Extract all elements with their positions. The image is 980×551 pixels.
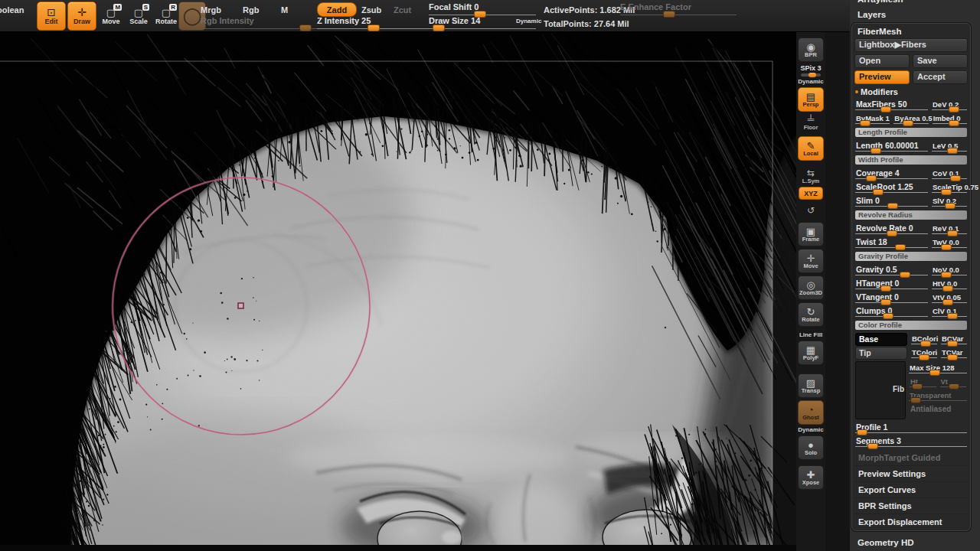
scaletip-0-75-slider[interactable]: ScaleTip 0.75: [932, 181, 967, 194]
subpalette-geometry-hd[interactable]: Geometry HD: [858, 538, 980, 547]
vtv-0-05-slider[interactable]: VtV 0.05: [932, 291, 967, 305]
rotate3d-button[interactable]: ↻Rotate: [798, 302, 824, 327]
spix-button[interactable]: SPix 3: [800, 64, 821, 77]
draw-button[interactable]: ✛ Draw: [67, 2, 96, 31]
lsym-label: L.Sym: [802, 178, 820, 184]
width-profile-curve-bar[interactable]: Width Profile: [855, 155, 967, 165]
length-60-00001-slider[interactable]: Length 60.00001: [855, 139, 928, 153]
preview-settings-section[interactable]: Preview Settings: [854, 465, 968, 480]
edit-button[interactable]: ⊡ Edit: [37, 2, 66, 31]
lsym-button[interactable]: ⇆L.Sym: [802, 168, 820, 184]
xyz-button[interactable]: XYZ: [799, 187, 823, 200]
bymask-1-slider[interactable]: ByMask 1: [855, 112, 890, 126]
lightbox-fibers-button[interactable]: Lightbox▶Fibers: [854, 38, 968, 52]
preview-button[interactable]: Preview: [854, 70, 910, 84]
length-profile-curve-bar[interactable]: Length Profile: [855, 128, 967, 137]
open-button[interactable]: Open: [854, 54, 910, 68]
segments-3-slider[interactable]: Segments 3: [855, 435, 967, 448]
fiber-preview-swatch[interactable]: Fib: [855, 361, 906, 419]
frame-button[interactable]: ▣Frame: [798, 222, 824, 246]
tip-color-button[interactable]: Tip: [855, 347, 907, 360]
export-displacement-section[interactable]: Export Displacement: [854, 514, 968, 528]
solo-button[interactable]: ●Solo: [798, 435, 824, 460]
byarea-0-5-slider[interactable]: ByArea 0.5: [893, 112, 928, 126]
polyf-button[interactable]: ▦PolyF: [798, 341, 824, 365]
local-button[interactable]: ✎Local: [798, 136, 824, 161]
ht-slider[interactable]: Ht: [910, 375, 936, 389]
twist-18-slider[interactable]: Twist 18: [855, 236, 928, 249]
twv-0-0-slider[interactable]: TwV 0.0: [932, 236, 967, 249]
tcvar-slider[interactable]: TCVar: [941, 346, 967, 360]
profile-1-slider[interactable]: Profile 1: [855, 421, 967, 435]
m-button[interactable]: M: [281, 5, 288, 15]
tcolori-slider[interactable]: TColori: [911, 346, 937, 360]
antialiased-toggle[interactable]: Antialiased: [909, 405, 967, 413]
dynamic-mode-label[interactable]: Dynamic: [516, 18, 541, 24]
dev-0-2-slider[interactable]: DeV 0.2: [932, 98, 967, 112]
scaletip-0-75-label: ScaleTip 0.75: [933, 183, 978, 191]
bpr-settings-section[interactable]: BPR Settings: [854, 497, 968, 512]
gravity-profile-curve-bar[interactable]: Gravity Profile: [855, 252, 967, 261]
spin-button[interactable]: ↺: [807, 206, 815, 215]
bpr-button[interactable]: ◉BPR: [798, 37, 824, 62]
xpose-button[interactable]: ✚Xpose: [798, 465, 824, 490]
rotate-button[interactable]: ▢R Rotate: [152, 3, 180, 29]
fibermesh-title[interactable]: FiberMesh: [858, 27, 968, 36]
zoom3d-button[interactable]: ◎Zoom3D: [798, 276, 824, 300]
htv-0-0-slider[interactable]: HtV 0.0: [932, 277, 967, 291]
enhance-factor-slider[interactable]: E Enhance Factor: [620, 2, 737, 15]
gravity-0-5-slider[interactable]: Gravity 0.5: [855, 263, 928, 277]
rgb-intensity-slider[interactable]: Rgb Intensity: [201, 16, 335, 29]
max-size-128-slider[interactable]: Max Size 128: [909, 361, 967, 375]
slv-0-2-slider[interactable]: SlV 0.2: [932, 194, 967, 208]
fiber-preview-row: FibMax Size 128HtVtTransparentAntialiase…: [855, 361, 967, 419]
transp-label: Transp: [802, 387, 821, 394]
color-profile-curve-bar[interactable]: Color Profile: [855, 321, 967, 330]
persp-button[interactable]: ▤Persp: [798, 87, 824, 112]
zadd-button[interactable]: Zadd: [317, 2, 357, 17]
vtangent-0-slider[interactable]: VTangent 0: [855, 291, 928, 305]
rev-0-1-slider[interactable]: ReV 0.1: [932, 222, 967, 236]
move-button[interactable]: ✛Move: [798, 249, 824, 273]
vt-slider[interactable]: Vt: [940, 375, 967, 389]
transparent-slider[interactable]: Transparent: [909, 389, 967, 403]
subpalette-arraymesh[interactable]: ArrayMesh: [858, 0, 980, 4]
cov-0-1-slider[interactable]: CoV 0.1: [932, 167, 967, 181]
coverage-4-slider[interactable]: Coverage 4: [855, 167, 928, 181]
spix-mini-slider[interactable]: [801, 73, 821, 77]
slim-0-slider[interactable]: Slim 0: [855, 194, 928, 208]
rgb-button[interactable]: Rgb: [243, 5, 259, 15]
htangent-0-slider[interactable]: HTangent 0: [855, 277, 928, 291]
ghost-button[interactable]: ◔Ghost: [798, 400, 824, 425]
bcolori-slider[interactable]: BColori: [911, 332, 937, 346]
zsub-button[interactable]: Zsub: [361, 5, 381, 15]
zcut-button[interactable]: Zcut: [394, 5, 411, 15]
floor-button[interactable]: ╧Floor: [804, 115, 818, 131]
save-button[interactable]: Save: [913, 54, 968, 68]
accept-button[interactable]: Accept: [913, 70, 968, 84]
sculpt-canvas[interactable]: [0, 31, 796, 551]
lev-0-5-slider[interactable]: LeV 0.5: [932, 139, 967, 153]
z-intensity-slider[interactable]: Z Intensity 25: [317, 16, 435, 29]
bcvar-slider[interactable]: BCVar: [941, 332, 967, 346]
clv-0-1-slider[interactable]: ClV 0.1: [932, 305, 967, 318]
export-curves-section[interactable]: Export Curves: [854, 481, 968, 496]
base-color-button[interactable]: Base: [855, 333, 907, 346]
revolve-rate-0-slider[interactable]: Revolve Rate 0: [855, 222, 928, 236]
mrgb-button[interactable]: Mrgb: [201, 5, 221, 15]
scale-button[interactable]: ▢S Scale: [125, 3, 152, 29]
scaleroot-1-25-slider[interactable]: ScaleRoot 1.25: [855, 181, 928, 194]
modifier-row: HTangent 0HtV 0.0: [855, 277, 967, 291]
imbed-0-slider[interactable]: Imbed 0: [933, 112, 967, 126]
morphtarget-guided-toggle[interactable]: MorphTarget Guided: [854, 450, 968, 464]
spin-cycle-icon: ↺: [807, 206, 815, 215]
nov-0-0-slider[interactable]: NoV 0.0: [932, 263, 967, 277]
clumps-0-slider[interactable]: Clumps 0: [855, 305, 928, 318]
subpalette-layers[interactable]: Layers: [858, 10, 980, 19]
modifiers-label[interactable]: Modifiers: [861, 87, 968, 96]
focal-shift-slider[interactable]: Focal Shift 0: [429, 2, 536, 15]
revolve-radius-curve-bar[interactable]: Revolve Radius: [855, 210, 967, 220]
move-button[interactable]: ▢M Move: [97, 3, 125, 29]
maxfibers-50-slider[interactable]: MaxFibers 50: [855, 98, 928, 112]
transp-button[interactable]: ▨Transp: [798, 373, 824, 398]
